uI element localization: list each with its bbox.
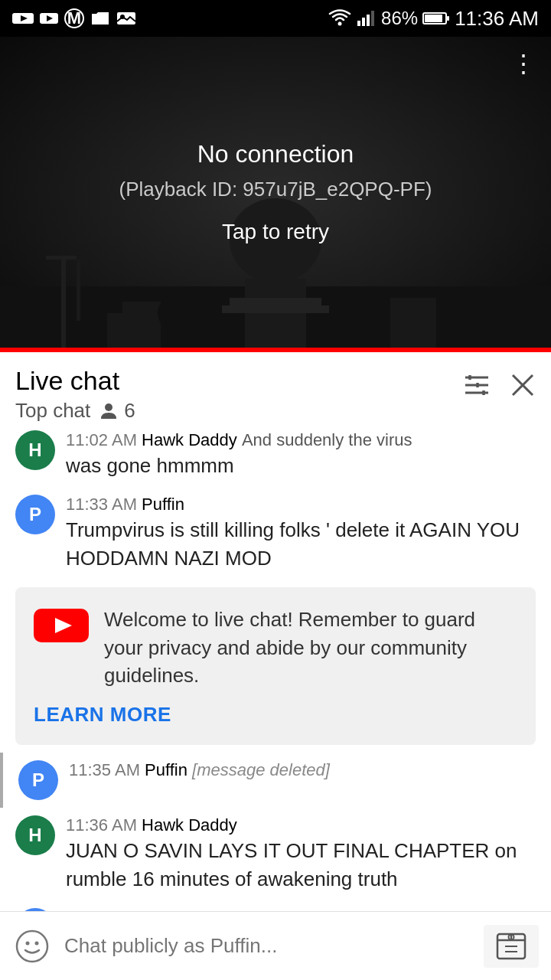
avatar-puffin-3: P xyxy=(18,760,58,800)
live-chat-title-area: Live chat Top chat 6 xyxy=(15,366,135,423)
svg-point-44 xyxy=(35,941,39,945)
filter-icon[interactable] xyxy=(462,372,491,398)
svg-point-31 xyxy=(105,403,112,411)
svg-rect-10 xyxy=(371,11,374,26)
svg-rect-22 xyxy=(107,313,161,348)
svg-rect-26 xyxy=(77,260,80,321)
avatar-hawk-daddy-4: H xyxy=(15,815,55,855)
avatar-puffin-2: P xyxy=(15,495,55,534)
header-icons xyxy=(462,372,536,398)
msg-meta-4: 11:36 AM Hawk Daddy xyxy=(66,815,536,835)
close-icon[interactable] xyxy=(510,372,536,398)
svg-point-30 xyxy=(349,298,377,328)
msg-username-1: Hawk Daddy xyxy=(142,430,242,449)
msg-time-1: 11:02 AM xyxy=(66,430,137,449)
msg-username-2: Puffin xyxy=(142,495,184,514)
msg-time-4: 11:36 AM xyxy=(66,815,137,835)
wifi-icon xyxy=(328,9,352,28)
chat-message-4: H 11:36 AM Hawk Daddy JUAN O SAVIN LAYS … xyxy=(0,808,551,900)
msg-cut-1: And suddenly the virus xyxy=(242,430,412,449)
youtube-logo xyxy=(34,606,89,645)
msg-deleted-text-3: [message deleted] xyxy=(192,760,330,779)
signal-icon xyxy=(357,10,377,27)
chat-input-bar xyxy=(0,911,551,980)
msg-meta-1: 11:02 AM Hawk Daddy And suddenly the vir… xyxy=(66,430,536,450)
msg-time-2: 11:33 AM xyxy=(66,495,137,514)
folder-icon xyxy=(90,11,110,26)
chat-input[interactable] xyxy=(64,934,471,958)
status-bar: M 86% 11: xyxy=(0,0,551,37)
chat-scroll-area[interactable]: H 11:02 AM Hawk Daddy And suddenly the v… xyxy=(0,423,551,959)
learn-more-button[interactable]: LEARN MORE xyxy=(34,703,171,727)
svg-rect-13 xyxy=(425,15,442,22)
msg-meta-3: 11:35 AM Puffin [message deleted] xyxy=(69,760,536,780)
send-icon xyxy=(494,929,528,963)
live-chat-title: Live chat xyxy=(15,366,135,396)
viewer-count-number: 6 xyxy=(124,399,135,423)
yt-welcome-text: Welcome to live chat! Remember to guard … xyxy=(104,606,517,689)
svg-rect-24 xyxy=(61,256,66,348)
top-chat-label: Top chat xyxy=(15,399,90,423)
msg-body-4: 11:36 AM Hawk Daddy JUAN O SAVIN LAYS IT… xyxy=(66,815,536,893)
chat-message-2: P 11:33 AM Puffin Trumpvirus is still ki… xyxy=(0,487,551,580)
msg-username-4: Hawk Daddy xyxy=(142,815,237,835)
emoji-button[interactable] xyxy=(12,926,52,966)
status-bar-left: M xyxy=(12,8,136,28)
no-connection-text: No connection xyxy=(119,140,432,168)
msg-text-4: JUAN O SAVIN LAYS IT OUT FINAL CHAPTER o… xyxy=(66,837,536,893)
msg-text-1: was gone hmmmm xyxy=(66,452,536,479)
svg-rect-25 xyxy=(46,256,77,260)
svg-rect-18 xyxy=(222,305,329,313)
time: 11:36 AM xyxy=(455,7,539,31)
svg-point-6 xyxy=(338,22,342,26)
emoji-icon xyxy=(15,929,49,963)
svg-rect-9 xyxy=(367,15,370,26)
msg-body-3: 11:35 AM Puffin [message deleted] xyxy=(69,760,536,782)
video-overlay: No connection (Playback ID: 957u7jB_e2QP… xyxy=(119,140,432,244)
live-chat-header: Live chat Top chat 6 xyxy=(0,352,551,423)
svg-rect-23 xyxy=(390,298,436,348)
msg-meta-2: 11:33 AM Puffin xyxy=(66,495,536,514)
playback-id-text: (Playback ID: 957u7jB_e2QPQ-PF) xyxy=(119,178,432,201)
msg-text-2: Trumpvirus is still killing folks ' dele… xyxy=(66,516,536,572)
image-icon xyxy=(116,11,136,26)
m-icon: M xyxy=(64,8,84,28)
youtube2-icon xyxy=(40,11,58,26)
top-chat-row: Top chat 6 xyxy=(15,399,135,423)
viewer-icon xyxy=(98,400,119,422)
video-area[interactable]: No connection (Playback ID: 957u7jB_e2QP… xyxy=(0,37,551,348)
live-chat-container: Live chat Top chat 6 xyxy=(0,352,551,959)
viewer-count: 6 xyxy=(98,399,135,423)
tap-retry-text: Tap to retry xyxy=(119,220,432,244)
msg-body-2: 11:33 AM Puffin Trumpvirus is still kill… xyxy=(66,495,536,572)
msg-time-3: 11:35 AM xyxy=(69,760,140,779)
svg-point-42 xyxy=(17,931,47,962)
more-options-icon[interactable]: ⋮ xyxy=(511,49,536,78)
chat-message-1: H 11:02 AM Hawk Daddy And suddenly the v… xyxy=(0,423,551,487)
msg-body-1: 11:02 AM Hawk Daddy And suddenly the vir… xyxy=(66,430,536,479)
svg-point-28 xyxy=(158,298,185,328)
svg-rect-7 xyxy=(357,21,360,26)
chat-message-3: P 11:35 AM Puffin [message deleted] xyxy=(0,753,551,808)
yt-welcome-top: Welcome to live chat! Remember to guard … xyxy=(34,606,517,689)
youtube-welcome-card: Welcome to live chat! Remember to guard … xyxy=(15,587,536,745)
avatar-hawk-daddy-1: H xyxy=(15,430,55,470)
battery-text: 86% xyxy=(381,8,418,29)
status-bar-right: 86% 11:36 AM xyxy=(328,7,539,31)
send-button[interactable] xyxy=(484,925,539,968)
battery-icon xyxy=(422,11,450,26)
youtube-icon xyxy=(12,11,34,26)
svg-point-43 xyxy=(26,941,30,945)
svg-rect-12 xyxy=(447,16,449,21)
svg-rect-17 xyxy=(230,298,321,305)
svg-rect-8 xyxy=(362,18,365,26)
msg-username-3: Puffin xyxy=(145,760,192,779)
